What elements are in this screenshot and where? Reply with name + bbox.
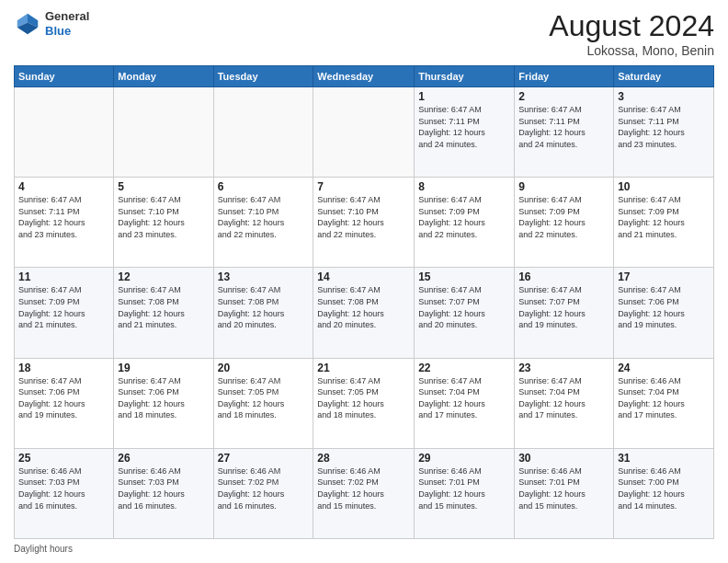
day-number-26: 26 — [118, 452, 209, 465]
page: General Blue August 2024 Lokossa, Mono, … — [0, 0, 728, 563]
day-number-16: 16 — [518, 270, 609, 283]
calendar-cell-w3-d7: 17Sunrise: 6:47 AMSunset: 7:06 PMDayligh… — [614, 268, 714, 358]
calendar-week-4: 18Sunrise: 6:47 AMSunset: 7:06 PMDayligh… — [15, 358, 714, 448]
day-info-23: Sunrise: 6:47 AMSunset: 7:04 PMDaylight:… — [518, 375, 609, 421]
calendar-cell-w1-d2 — [114, 87, 213, 178]
day-info-11: Sunrise: 6:47 AMSunset: 7:09 PMDaylight:… — [18, 284, 109, 330]
day-number-7: 7 — [317, 180, 410, 193]
day-info-29: Sunrise: 6:46 AMSunset: 7:01 PMDaylight:… — [418, 465, 510, 511]
day-info-10: Sunrise: 6:47 AMSunset: 7:09 PMDaylight:… — [618, 194, 710, 240]
calendar-week-3: 11Sunrise: 6:47 AMSunset: 7:09 PMDayligh… — [15, 268, 714, 358]
day-info-22: Sunrise: 6:47 AMSunset: 7:04 PMDaylight:… — [418, 375, 510, 421]
day-info-20: Sunrise: 6:47 AMSunset: 7:05 PMDaylight:… — [218, 375, 310, 421]
day-info-5: Sunrise: 6:47 AMSunset: 7:10 PMDaylight:… — [118, 194, 209, 240]
day-info-24: Sunrise: 6:46 AMSunset: 7:04 PMDaylight:… — [618, 375, 710, 421]
title-area: August 2024 Lokossa, Mono, Benin — [549, 9, 714, 58]
calendar-table: Sunday Monday Tuesday Wednesday Thursday… — [14, 65, 714, 539]
day-number-21: 21 — [317, 362, 410, 374]
calendar-cell-w5-d2: 26Sunrise: 6:46 AMSunset: 7:03 PMDayligh… — [114, 448, 213, 538]
day-number-4: 4 — [18, 180, 109, 193]
calendar-cell-w3-d2: 12Sunrise: 6:47 AMSunset: 7:08 PMDayligh… — [114, 268, 213, 358]
day-info-1: Sunrise: 6:47 AMSunset: 7:11 PMDaylight:… — [418, 104, 510, 150]
day-number-5: 5 — [118, 180, 209, 193]
day-info-4: Sunrise: 6:47 AMSunset: 7:11 PMDaylight:… — [18, 194, 109, 240]
calendar-cell-w5-d3: 27Sunrise: 6:46 AMSunset: 7:02 PMDayligh… — [213, 448, 313, 538]
calendar-cell-w2-d4: 7Sunrise: 6:47 AMSunset: 7:10 PMDaylight… — [313, 178, 415, 268]
calendar-cell-w5-d5: 29Sunrise: 6:46 AMSunset: 7:01 PMDayligh… — [415, 448, 515, 538]
calendar-cell-w4-d7: 24Sunrise: 6:46 AMSunset: 7:04 PMDayligh… — [614, 358, 714, 448]
col-tuesday: Tuesday — [213, 66, 313, 87]
day-info-7: Sunrise: 6:47 AMSunset: 7:10 PMDaylight:… — [317, 194, 410, 240]
day-number-13: 13 — [218, 270, 310, 283]
col-monday: Monday — [114, 66, 213, 87]
day-number-6: 6 — [218, 180, 310, 193]
day-info-27: Sunrise: 6:46 AMSunset: 7:02 PMDaylight:… — [218, 465, 310, 511]
calendar-cell-w1-d1 — [15, 87, 114, 178]
day-number-23: 23 — [518, 362, 609, 374]
day-number-24: 24 — [618, 362, 710, 374]
calendar-cell-w4-d4: 21Sunrise: 6:47 AMSunset: 7:05 PMDayligh… — [313, 358, 415, 448]
logo: General Blue — [14, 9, 89, 38]
day-number-3: 3 — [618, 90, 710, 103]
calendar-cell-w1-d6: 2Sunrise: 6:47 AMSunset: 7:11 PMDaylight… — [515, 87, 614, 178]
day-number-11: 11 — [18, 270, 109, 283]
logo-text: General Blue — [45, 9, 89, 38]
calendar-cell-w4-d5: 22Sunrise: 6:47 AMSunset: 7:04 PMDayligh… — [415, 358, 515, 448]
calendar-cell-w3-d3: 13Sunrise: 6:47 AMSunset: 7:08 PMDayligh… — [213, 268, 313, 358]
calendar-cell-w3-d4: 14Sunrise: 6:47 AMSunset: 7:08 PMDayligh… — [313, 268, 415, 358]
calendar-cell-w4-d1: 18Sunrise: 6:47 AMSunset: 7:06 PMDayligh… — [15, 358, 114, 448]
calendar-cell-w2-d6: 9Sunrise: 6:47 AMSunset: 7:09 PMDaylight… — [515, 178, 614, 268]
day-info-3: Sunrise: 6:47 AMSunset: 7:11 PMDaylight:… — [618, 104, 710, 150]
logo-blue-text: Blue — [45, 24, 71, 38]
calendar-cell-w4-d2: 19Sunrise: 6:47 AMSunset: 7:06 PMDayligh… — [114, 358, 213, 448]
day-info-21: Sunrise: 6:47 AMSunset: 7:05 PMDaylight:… — [317, 375, 410, 421]
calendar-cell-w2-d5: 8Sunrise: 6:47 AMSunset: 7:09 PMDaylight… — [415, 178, 515, 268]
day-info-26: Sunrise: 6:46 AMSunset: 7:03 PMDaylight:… — [118, 465, 209, 511]
day-number-27: 27 — [218, 452, 310, 465]
day-info-8: Sunrise: 6:47 AMSunset: 7:09 PMDaylight:… — [418, 194, 510, 240]
col-sunday: Sunday — [15, 66, 114, 87]
calendar-cell-w4-d6: 23Sunrise: 6:47 AMSunset: 7:04 PMDayligh… — [515, 358, 614, 448]
calendar-cell-w1-d7: 3Sunrise: 6:47 AMSunset: 7:11 PMDaylight… — [614, 87, 714, 178]
calendar-cell-w2-d7: 10Sunrise: 6:47 AMSunset: 7:09 PMDayligh… — [614, 178, 714, 268]
day-info-19: Sunrise: 6:47 AMSunset: 7:06 PMDaylight:… — [118, 375, 209, 421]
day-number-14: 14 — [317, 270, 410, 283]
day-number-22: 22 — [418, 362, 510, 374]
day-info-13: Sunrise: 6:47 AMSunset: 7:08 PMDaylight:… — [218, 284, 310, 330]
calendar-cell-w1-d4 — [313, 87, 415, 178]
calendar-cell-w2-d1: 4Sunrise: 6:47 AMSunset: 7:11 PMDaylight… — [15, 178, 114, 268]
calendar-cell-w2-d3: 6Sunrise: 6:47 AMSunset: 7:10 PMDaylight… — [213, 178, 313, 268]
day-info-15: Sunrise: 6:47 AMSunset: 7:07 PMDaylight:… — [418, 284, 510, 330]
day-number-2: 2 — [518, 90, 609, 103]
logo-general-text: General — [45, 9, 89, 23]
header: General Blue August 2024 Lokossa, Mono, … — [14, 9, 714, 58]
calendar-cell-w1-d3 — [213, 87, 313, 178]
col-thursday: Thursday — [415, 66, 515, 87]
calendar-cell-w5-d4: 28Sunrise: 6:46 AMSunset: 7:02 PMDayligh… — [313, 448, 415, 538]
day-number-1: 1 — [418, 90, 510, 103]
day-number-10: 10 — [618, 180, 710, 193]
day-info-9: Sunrise: 6:47 AMSunset: 7:09 PMDaylight:… — [518, 194, 609, 240]
day-number-9: 9 — [518, 180, 609, 193]
calendar-week-1: 1Sunrise: 6:47 AMSunset: 7:11 PMDaylight… — [15, 87, 714, 178]
col-friday: Friday — [515, 66, 614, 87]
day-number-18: 18 — [18, 362, 109, 374]
calendar-header-row: Sunday Monday Tuesday Wednesday Thursday… — [15, 66, 714, 87]
day-info-25: Sunrise: 6:46 AMSunset: 7:03 PMDaylight:… — [18, 465, 109, 511]
day-number-25: 25 — [18, 452, 109, 465]
day-number-31: 31 — [618, 452, 710, 465]
day-number-30: 30 — [518, 452, 609, 465]
col-saturday: Saturday — [614, 66, 714, 87]
day-number-15: 15 — [418, 270, 510, 283]
calendar-cell-w5-d7: 31Sunrise: 6:46 AMSunset: 7:00 PMDayligh… — [614, 448, 714, 538]
footer-note: Daylight hours — [14, 544, 714, 554]
calendar-cell-w3-d1: 11Sunrise: 6:47 AMSunset: 7:09 PMDayligh… — [15, 268, 114, 358]
calendar-cell-w3-d6: 16Sunrise: 6:47 AMSunset: 7:07 PMDayligh… — [515, 268, 614, 358]
day-number-29: 29 — [418, 452, 510, 465]
calendar-cell-w4-d3: 20Sunrise: 6:47 AMSunset: 7:05 PMDayligh… — [213, 358, 313, 448]
day-number-12: 12 — [118, 270, 209, 283]
day-info-2: Sunrise: 6:47 AMSunset: 7:11 PMDaylight:… — [518, 104, 609, 150]
calendar-cell-w2-d2: 5Sunrise: 6:47 AMSunset: 7:10 PMDaylight… — [114, 178, 213, 268]
calendar-cell-w5-d6: 30Sunrise: 6:46 AMSunset: 7:01 PMDayligh… — [515, 448, 614, 538]
day-number-19: 19 — [118, 362, 209, 374]
